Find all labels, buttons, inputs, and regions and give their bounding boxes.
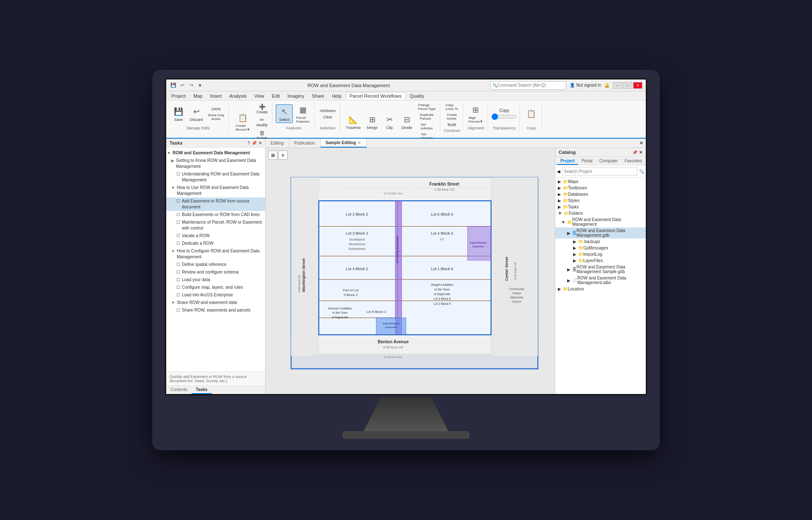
tasks-item-maintenance[interactable]: ☐ Maintenance of Parcel, ROW or Easement… — [166, 219, 265, 232]
tasks-item-dedicate[interactable]: ☐ Dedicate a ROW — [166, 240, 265, 247]
divide-btn[interactable]: ⊟ Divide — [399, 112, 415, 131]
menu-analysis[interactable]: Analysis — [226, 93, 250, 99]
cat-tasks[interactable]: ▶ 📁 Tasks — [555, 204, 646, 210]
cat-gpmessages[interactable]: ▶ 📁 GpMessages — [555, 245, 646, 251]
tasks-root[interactable]: ▼ ROW and Easement Data Management — [166, 149, 265, 157]
tasks-close-icon[interactable]: ✕ — [258, 141, 262, 145]
select-btn[interactable]: ↖ Select — [276, 104, 293, 123]
copy-lines-to-btn[interactable]: CopyLines To — [444, 102, 460, 112]
undo-btn[interactable]: ↩ — [178, 82, 186, 89]
tasks-item-add-easement[interactable]: ☐ Add Easement or ROW from source docume… — [166, 197, 265, 211]
parcel-features-btn[interactable]: ▦ ParcelFeatures — [294, 103, 312, 125]
command-search[interactable]: 🔍 — [490, 81, 566, 90]
catalog-back-icon[interactable]: ◀ — [557, 169, 560, 174]
cat-databases[interactable]: ▶ 📁 Databases — [555, 191, 646, 197]
catalog-search-icon[interactable]: 🔍 — [639, 169, 644, 174]
create-record-btn[interactable]: 📋 CreateRecord▼ — [232, 111, 253, 133]
tasks-item-configure-map[interactable]: ☐ Configure map, layers, and rules — [166, 284, 265, 291]
set-reactive-btn[interactable]: SetreActive — [416, 122, 437, 131]
duplicate-parcels-btn[interactable]: DuplicateParcels — [416, 112, 437, 121]
tasks-group-share[interactable]: ▼ Share ROW and easement data — [166, 299, 265, 307]
catalog-close-icon[interactable]: ✕ — [639, 150, 642, 155]
menu-project[interactable]: Project — [168, 93, 189, 99]
catalog-tab-favorites[interactable]: Favorites — [621, 158, 645, 165]
menu-help[interactable]: Help — [329, 93, 345, 99]
publication-tab[interactable]: Publication — [289, 139, 321, 148]
list-btn[interactable]: ≡ — [278, 151, 288, 160]
cat-folders[interactable]: ▼ 📁 Folders — [555, 210, 646, 216]
tasks-item-understanding[interactable]: ☐ Understanding ROW and Easement Data Ma… — [166, 170, 265, 184]
cat-atbx[interactable]: ▶ 📄 ROW and Easement Data Management.atb… — [555, 275, 646, 286]
tasks-item-spatial-ref[interactable]: ☐ Define spatial reference — [166, 261, 265, 268]
menu-map[interactable]: Map — [190, 93, 206, 99]
close-btn[interactable]: ✕ — [633, 82, 642, 89]
cat-backups[interactable]: ▶ 📁 .backups — [555, 238, 646, 245]
cat-locators[interactable]: ▶ 📁 Locators — [555, 286, 646, 292]
minimize-btn[interactable]: ─ — [613, 82, 622, 89]
catalog-tab-computer[interactable]: Computer — [596, 158, 621, 165]
discard-btn[interactable]: ↩ Discard — [188, 104, 205, 123]
tasks-item-review-schema[interactable]: ☐ Review and configure schema — [166, 268, 265, 276]
align-parcels-btn[interactable]: ⊞ AlignParcels▼ — [466, 103, 486, 125]
close-map-panel-icon[interactable]: ✕ — [639, 140, 643, 146]
menu-edit[interactable]: Edit — [269, 93, 283, 99]
tasks-item-vacate[interactable]: ☐ Vacate a ROW — [166, 232, 265, 240]
search-input[interactable] — [497, 83, 564, 88]
tasks-tab[interactable]: Tasks — [192, 386, 212, 394]
cat-row-folder[interactable]: ▼ 📁 ROW and Easement Data Management — [555, 216, 646, 227]
tasks-group-configure[interactable]: ▼ How to Configure ROW and Easement Data… — [166, 247, 265, 261]
cat-toolboxes[interactable]: ▶ 📁 Toolboxes — [555, 185, 646, 191]
title-bar-right: 🔍 👤 Not signed in 🔔 ─ □ ✕ — [490, 81, 642, 90]
traverse-btn[interactable]: 📐 Traverse — [344, 112, 363, 131]
clip-btn[interactable]: ✂ Clip — [381, 112, 398, 131]
tasks-item-share-row[interactable]: ☐ Share ROW, easements and parcels — [166, 307, 265, 314]
sample-editing-close-icon[interactable]: ✕ — [358, 141, 361, 145]
percent-btn[interactable]: 100% — [206, 106, 226, 112]
maximize-btn[interactable]: □ — [623, 82, 632, 89]
cat-importlog[interactable]: ▶ 📁 ImportLog — [555, 251, 646, 257]
contents-tab[interactable]: Contents — [166, 386, 192, 394]
notification-icon[interactable]: 🔔 — [604, 83, 609, 88]
create-btn[interactable]: ➕ Create — [255, 102, 269, 115]
catalog-tab-portal[interactable]: Portal — [578, 158, 596, 165]
zoom-full-btn[interactable]: ⊞ — [268, 151, 277, 160]
tasks-item-build-easements[interactable]: ☐ Build Easements or ROW from CAD lines — [166, 211, 265, 219]
redo-btn[interactable]: ↪ — [187, 82, 195, 89]
menu-share[interactable]: Share — [309, 93, 328, 99]
save-btn[interactable]: 💾 Save — [170, 104, 187, 123]
tasks-item-load-data[interactable]: ☐ Load your data — [166, 276, 265, 284]
editing-tab[interactable]: Editing — [266, 139, 289, 148]
merge-btn[interactable]: ⊞ Merge — [364, 112, 380, 131]
create-seeds-btn[interactable]: CreateSeeds — [444, 112, 460, 121]
cat-layerfiles[interactable]: ▶ 📁 LayerFiles — [555, 257, 646, 264]
qat-dropdown[interactable]: ▼ — [196, 82, 204, 89]
catalog-tab-project[interactable]: Project — [557, 158, 578, 165]
tasks-pin-icon[interactable]: 📌 — [252, 141, 257, 145]
cat-sample-gdb[interactable]: ▶ 🗄 ROW and Easement Data Management Sam… — [555, 264, 646, 275]
menu-imagery[interactable]: Imagery — [284, 93, 308, 99]
attributes-btn[interactable]: Attributes — [318, 108, 337, 114]
build-btn[interactable]: Build — [444, 122, 460, 128]
manage-edits-buttons: 💾 Save ↩ Discard 100% Show O — [170, 102, 226, 125]
menu-parcel-record-workflows[interactable]: Parcel Record Workflows — [346, 92, 406, 99]
tasks-group-getting-to-know[interactable]: ▶ Getting to Know ROW and Easement Data … — [166, 157, 265, 170]
transparency-slider[interactable] — [491, 114, 517, 120]
menu-quality[interactable]: Quality — [406, 93, 428, 99]
cat-row-gdb[interactable]: ▶ 🗄 ROW and Easement Data Management.gdb — [555, 227, 646, 238]
modify-btn[interactable]: ✏ Modify — [255, 115, 269, 128]
copy-main-btn[interactable]: 📋 — [523, 107, 539, 121]
change-parcel-type-btn[interactable]: ChangeParcel Type — [416, 102, 437, 112]
catalog-pin-icon[interactable]: 📌 — [632, 150, 637, 155]
menu-insert[interactable]: Insert — [207, 93, 225, 99]
save-quick-btn[interactable]: 💾 — [170, 82, 177, 89]
tasks-help-icon[interactable]: ? — [247, 141, 250, 145]
menu-view[interactable]: View — [251, 93, 268, 99]
clear-btn[interactable]: Clear — [318, 114, 337, 120]
sample-editing-tab[interactable]: Sample Editing ✕ — [321, 139, 367, 148]
cat-styles[interactable]: ▶ 📁 Styles — [555, 197, 646, 204]
catalog-search-input[interactable] — [562, 167, 637, 175]
show-only-active-btn[interactable]: Show Only Active — [206, 112, 226, 122]
tasks-item-load-arcgis[interactable]: ☐ Load into ArcGS Enterprise — [166, 291, 265, 299]
cat-maps[interactable]: ▶ 📁 Maps — [555, 178, 646, 185]
tasks-group-how-to-use[interactable]: ▼ How to Use ROW and Easement Data Manag… — [166, 184, 265, 197]
